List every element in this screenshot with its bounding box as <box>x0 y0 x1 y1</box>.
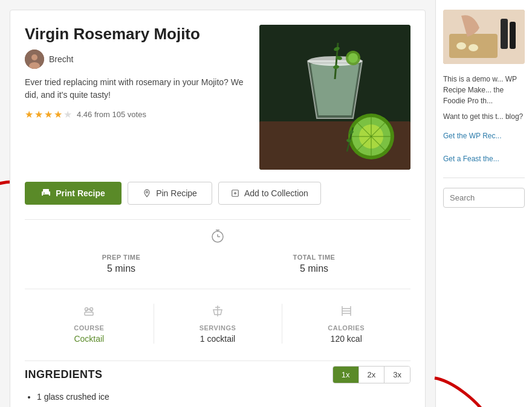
calories-label: CALORIES <box>287 324 406 332</box>
ingredients-section: INGREDIENTS 1x 2x 3x 1 glass crushed ice… <box>25 366 410 407</box>
svg-rect-38 <box>85 312 93 315</box>
recipe-header: Virgin Rosemary Mojito Brecht Ever tried… <box>25 25 410 170</box>
recipe-description: Ever tried replacing mint with rosemary … <box>25 76 247 101</box>
pin-icon <box>143 189 151 197</box>
course-meta-item: COURSE Cocktail <box>25 299 154 348</box>
sidebar-description: This is a demo w... WP Recipe Make... th… <box>443 74 525 122</box>
svg-point-53 <box>469 44 478 51</box>
prep-time-value: 5 mins <box>30 263 213 274</box>
multiplier-1x-button[interactable]: 1x <box>333 367 359 383</box>
svg-point-40 <box>90 308 93 311</box>
prep-time-label: PREP TIME <box>30 254 213 261</box>
multiplier-buttons: 1x 2x 3x <box>332 366 410 383</box>
author-name: Brecht <box>49 54 73 64</box>
svg-point-29 <box>146 191 148 193</box>
add-to-collection-label: Add to Collection <box>244 188 308 198</box>
svg-point-52 <box>456 42 466 50</box>
ingredients-header: INGREDIENTS 1x 2x 3x <box>25 366 410 383</box>
svg-rect-50 <box>501 19 508 49</box>
recipe-image <box>259 25 410 170</box>
recipe-buttons: Print Recipe Pin Recipe Add to Coll <box>25 182 410 205</box>
star-4[interactable]: ★ <box>54 109 62 120</box>
cocktail-image-svg <box>259 25 410 170</box>
ingredients-list: 1 glass crushed ice ½ glass lemonade <box>25 391 410 407</box>
pin-recipe-label: Pin Recipe <box>156 188 197 198</box>
sidebar: This is a demo w... WP Recipe Make... th… <box>435 0 532 407</box>
timer-icon-row <box>25 227 410 244</box>
pin-recipe-button[interactable]: Pin Recipe <box>128 182 212 205</box>
print-icon <box>41 188 51 198</box>
ingredients-title: INGREDIENTS <box>25 368 103 381</box>
total-time-label: TOTAL TIME <box>222 254 406 261</box>
add-to-collection-button[interactable]: Add to Collection <box>218 182 321 205</box>
servings-value: 1 cocktail <box>158 334 277 344</box>
star-rating[interactable]: ★ ★ ★ ★ ★ <box>25 109 72 120</box>
rating-row: ★ ★ ★ ★ ★ 4.46 from 105 votes <box>25 109 247 120</box>
star-2[interactable]: ★ <box>34 109 43 120</box>
servings-icon <box>158 304 277 322</box>
meta-grid: COURSE Cocktail SERVINGS 1 cocktail <box>25 299 410 348</box>
svg-point-39 <box>85 308 88 311</box>
time-grid: PREP TIME 5 mins TOTAL TIME 5 mins <box>25 249 410 279</box>
total-time-value: 5 mins <box>222 263 406 274</box>
recipe-card: Virgin Rosemary Mojito Brecht Ever tried… <box>10 10 426 407</box>
calories-value: 120 kcal <box>287 334 406 344</box>
servings-meta-item: SERVINGS 1 cocktail <box>154 299 282 348</box>
collection-icon <box>231 189 239 197</box>
print-recipe-button[interactable]: Print Recipe <box>25 182 122 205</box>
multiplier-2x-button[interactable]: 2x <box>359 367 385 383</box>
calories-icon <box>287 304 406 322</box>
total-time-item: TOTAL TIME 5 mins <box>218 249 410 279</box>
calories-meta-item: CALORIES 120 kcal <box>282 299 410 348</box>
sidebar-image-svg <box>443 10 525 64</box>
sidebar-divider <box>443 178 525 178</box>
avatar <box>25 50 44 69</box>
recipe-author: Brecht <box>25 50 247 69</box>
ingredient-item: 1 glass crushed ice <box>37 391 410 403</box>
prep-time-item: PREP TIME 5 mins <box>25 249 218 279</box>
star-1[interactable]: ★ <box>25 109 33 120</box>
divider-1 <box>25 219 410 220</box>
multiplier-3x-button[interactable]: 3x <box>384 367 410 383</box>
rating-text: 4.46 from 105 votes <box>77 110 146 119</box>
sidebar-link-1[interactable]: Get the WP Rec... <box>443 132 525 140</box>
sidebar-image <box>443 10 525 64</box>
svg-point-10 <box>348 53 358 63</box>
recipe-title: Virgin Rosemary Mojito <box>25 25 247 43</box>
divider-3 <box>25 361 410 361</box>
recipe-info: Virgin Rosemary Mojito Brecht Ever tried… <box>25 25 247 170</box>
sidebar-link-2[interactable]: Get a Feast the... <box>443 155 525 163</box>
svg-point-2 <box>31 54 37 60</box>
divider-2 <box>25 289 410 289</box>
course-value: Cocktail <box>30 334 149 344</box>
course-label: COURSE <box>30 324 149 332</box>
star-5[interactable]: ★ <box>63 109 72 120</box>
svg-rect-27 <box>43 194 49 197</box>
svg-rect-51 <box>510 22 516 49</box>
print-recipe-label: Print Recipe <box>56 188 105 198</box>
search-input[interactable] <box>443 188 525 208</box>
star-3[interactable]: ★ <box>44 109 53 120</box>
servings-label: SERVINGS <box>158 324 277 332</box>
chef-hat-icon <box>30 304 149 322</box>
svg-rect-28 <box>44 193 45 194</box>
timer-icon <box>209 227 226 244</box>
